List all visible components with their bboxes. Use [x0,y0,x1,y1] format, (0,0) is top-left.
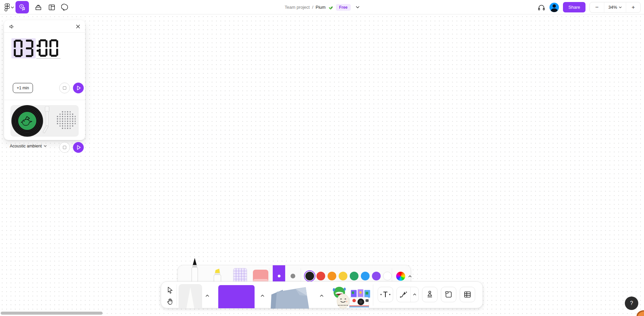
frame-tool[interactable] [441,287,456,302]
vinyl-record[interactable] [11,105,43,137]
breadcrumb-separator: / [312,5,313,10]
timer-music-panel: +1 min [4,20,85,140]
color-swatch-green[interactable] [350,272,358,280]
panel-divider [4,100,85,100]
timer-music-button[interactable] [15,1,29,13]
stamp-tool[interactable] [422,287,438,302]
avatar-head [553,4,556,8]
music-controls-row: Acoustic ambient [4,141,85,154]
stop-icon [63,86,66,90]
share-button[interactable]: Share [563,2,585,12]
connector-icon [400,291,408,298]
paper-stack-icon [269,284,312,309]
connector-tool-group [396,287,419,302]
plan-badge[interactable]: Free [336,4,350,11]
zoom-in-button[interactable]: + [626,2,640,12]
zoom-controls: − 34% + [590,2,641,13]
chevron-down-icon [11,6,14,8]
custom-color-button[interactable] [396,272,405,281]
speaker-grille [56,111,76,130]
chat-button[interactable] [59,1,72,13]
track-name: Acoustic ambient [10,144,42,148]
color-swatch-black[interactable] [305,272,314,280]
zoom-level-menu[interactable]: 34% [604,2,626,12]
main-toolbar [161,281,483,308]
color-swatch-white[interactable] [383,272,392,280]
main-menu-button[interactable] [3,1,15,13]
color-swatch-purple[interactable] [372,272,381,280]
color-chevron-up-icon[interactable] [406,273,414,280]
timer-seconds[interactable] [36,38,61,59]
sticky-chevron-up-icon[interactable] [259,292,266,299]
table-tool[interactable] [460,287,475,302]
stickers-icon [332,285,371,309]
user-avatar[interactable] [550,3,559,12]
zoom-chevron-down-icon [619,6,622,8]
help-button[interactable]: ? [625,297,638,310]
marker-tip-icon [183,287,197,308]
timer-stop-button[interactable] [59,83,70,93]
zoom-level-value: 34% [608,5,617,10]
sticky-note-tile[interactable] [218,285,255,308]
toolbox-button[interactable] [32,1,45,13]
marker-chevron-up-icon[interactable] [203,292,211,299]
text-tool[interactable] [378,287,393,302]
seven-segment-digit [14,40,23,57]
seven-segment-digit [49,39,58,57]
file-chevron-down-icon[interactable] [356,6,359,8]
top-right-toolbar: Share − 34% + [537,0,641,14]
section-chevron-up-icon[interactable] [318,292,325,299]
text-tool-icon [380,291,390,298]
toolbox-icon [34,3,42,11]
connector-tool[interactable] [397,287,411,302]
vinyl-label [18,112,36,130]
timer-music-icon [18,4,26,11]
table-icon [463,290,471,299]
figma-logo-icon [4,3,10,11]
seven-segment-digit [39,39,47,57]
section-tile[interactable] [269,284,312,309]
breadcrumb-file-name[interactable]: Pium [316,5,326,10]
stop-icon [63,146,66,149]
play-icon [77,145,81,150]
avatar-body [551,8,558,12]
record-player [10,105,79,137]
stickers-tile[interactable] [332,285,371,309]
color-swatch-orange[interactable] [328,272,336,280]
help-label: ? [630,300,633,306]
top-bar: Team project / Pium Free [0,0,644,14]
volume-icon[interactable] [8,23,15,30]
hand-tool[interactable] [166,297,175,306]
track-chevron-down-icon [44,145,47,147]
breadcrumb-project[interactable]: Team project [285,5,309,10]
headphones-icon[interactable] [537,3,545,11]
music-stop-button[interactable] [59,142,70,153]
horizontal-scrollbar[interactable] [1,312,103,315]
connector-chevron-up-icon[interactable] [411,287,418,302]
marker-tool-tile[interactable] [179,284,202,308]
zoom-out-button[interactable]: − [590,2,604,12]
timer-play-button[interactable] [73,83,84,93]
color-swatch-red[interactable] [316,272,325,280]
frame-icon [445,290,453,299]
toolbar-divider [177,284,177,306]
close-icon[interactable] [74,23,82,30]
play-icon [77,86,81,90]
bird-icon [21,115,34,127]
stroke-size-thick[interactable] [291,274,295,278]
color-swatch-blue[interactable] [361,272,370,280]
figjam-app: Team project / Pium Free [0,0,644,316]
sprout-icon [328,5,334,10]
timer-panel-header [4,20,85,33]
templates-button[interactable] [45,1,59,13]
music-play-button[interactable] [73,142,84,153]
chat-bubble-icon [61,3,69,11]
timer-display[interactable] [11,38,61,59]
track-select[interactable]: Acoustic ambient [10,144,47,148]
select-tool[interactable] [166,286,175,295]
layout-template-icon [48,3,56,11]
add-minute-button[interactable]: +1 min [13,83,33,93]
timer-minutes[interactable] [11,38,36,58]
stroke-dot-icon [278,275,280,277]
color-swatch-yellow[interactable] [339,272,347,280]
